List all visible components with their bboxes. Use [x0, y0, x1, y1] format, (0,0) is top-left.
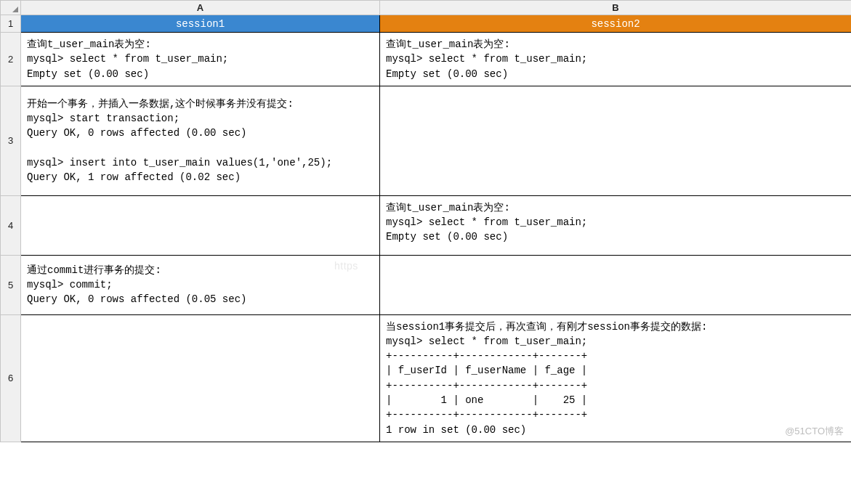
- cell-B3[interactable]: [380, 86, 852, 195]
- row-header-3[interactable]: 3: [1, 86, 21, 195]
- spreadsheet-table: A B 1 session1 session2 2 查询t_user_main表…: [0, 0, 851, 442]
- row-header-4[interactable]: 4: [1, 195, 21, 255]
- cell-A5[interactable]: 通过commit进行事务的提交: mysql> commit; Query OK…: [21, 255, 380, 314]
- select-all-corner[interactable]: [1, 1, 21, 15]
- cell-A6[interactable]: [21, 314, 380, 442]
- cell-A3[interactable]: 开始一个事务，并插入一条数据,这个时候事务并没有提交: mysql> start…: [21, 86, 380, 195]
- row-header-6[interactable]: 6: [1, 314, 21, 442]
- cell-B1-session2-header[interactable]: session2: [380, 15, 852, 33]
- cell-B6[interactable]: 当session1事务提交后，再次查询，有刚才session事务提交的数据: m…: [380, 314, 852, 442]
- spreadsheet-view[interactable]: A B 1 session1 session2 2 查询t_user_main表…: [0, 0, 851, 442]
- column-header-B[interactable]: B: [380, 1, 852, 15]
- row-header-5[interactable]: 5: [1, 255, 21, 314]
- row-header-1[interactable]: 1: [1, 15, 21, 33]
- cell-A2[interactable]: 查询t_user_main表为空: mysql> select * from t…: [21, 33, 380, 86]
- cell-A4[interactable]: [21, 195, 380, 255]
- cell-B4[interactable]: 查询t_user_main表为空: mysql> select * from t…: [380, 195, 852, 255]
- cell-B2[interactable]: 查询t_user_main表为空: mysql> select * from t…: [380, 33, 852, 86]
- column-header-A[interactable]: A: [21, 1, 380, 15]
- row-header-2[interactable]: 2: [1, 33, 21, 86]
- cell-A1-session1-header[interactable]: session1: [21, 15, 380, 33]
- cell-B5[interactable]: [380, 255, 852, 314]
